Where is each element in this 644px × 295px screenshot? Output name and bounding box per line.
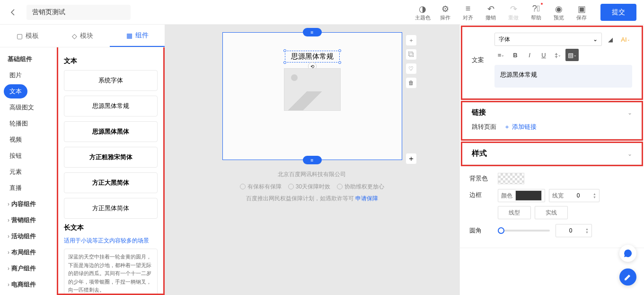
header-toolbar: ◑主题色 ⚙操作 ≡对齐 ↶撤销 ↷重做 ?⃝帮助 ◉预览 ▣保存 [411, 2, 593, 23]
canvas-handle-bottom[interactable]: ≡ [303, 156, 322, 164]
italic-button[interactable]: I [523, 49, 536, 61]
bg-label: 背景色 [469, 174, 492, 183]
back-button[interactable] [8, 7, 19, 18]
color-swatch[interactable] [515, 190, 542, 201]
sidebar-item-carousel[interactable]: 轮播图 [0, 116, 57, 132]
chevron-down-icon: ⌄ [593, 36, 598, 43]
font-siyuan-regular[interactable]: 思源黑体常规 [64, 96, 158, 116]
sidebar-item-live[interactable]: 直播 [0, 180, 57, 196]
canvas-footer: 北京百度网讯科技有限公司 有保标有保障 30天保障时效 协助维权更放心 百度推出… [240, 170, 384, 204]
border-width-control[interactable]: 线宽▲▼ [549, 189, 600, 202]
align-tool[interactable]: ≡对齐 [457, 2, 479, 23]
tab-component[interactable]: ▦组件 [110, 25, 165, 47]
footer-company: 北京百度网讯科技有限公司 [240, 170, 384, 180]
sidebar-item-text[interactable]: 文本 [4, 84, 27, 98]
link-section-header[interactable]: 链接 ⌄ [472, 108, 632, 117]
preview-tool[interactable]: ◉预览 [547, 2, 570, 23]
canvas-frame[interactable]: ≡ ≡ 思源黑体常规 ⟲ ＋ ⿻ ♡ 🗑 ＋ [222, 32, 402, 160]
font-fz-dahei[interactable]: 方正大黑简体 [64, 172, 158, 193]
sidebar-basic-group[interactable]: 基础组件 [0, 51, 57, 67]
actions-tool[interactable]: ⚙操作 [434, 2, 457, 23]
image-placeholder[interactable] [284, 68, 341, 111]
clock-icon [288, 184, 294, 189]
component-icon: ▦ [126, 32, 132, 39]
favorite-button[interactable]: ♡ [406, 63, 417, 74]
longtext-desc: 适用于小说等正文内容较多的场景 [64, 237, 158, 245]
save-icon: ▣ [578, 4, 586, 14]
font-fz-heiti[interactable]: 方正黑体简体 [64, 198, 158, 219]
text-color-button[interactable]: ◢ [604, 33, 617, 45]
longtext-preview[interactable]: 深蓝的天空中挂着一轮金黄的圆月，下面是海边的沙地，都种着一望无际的碧绿的西瓜。其… [64, 249, 158, 295]
delete-button[interactable]: 🗑 [406, 77, 417, 89]
redo-tool[interactable]: ↷重做 [502, 2, 525, 23]
left-panel: ▢模板 ◇模块 ▦组件 基础组件 图片 文本 高级图文 轮播图 视频 按钮 元素… [0, 25, 165, 295]
border-color-control[interactable]: 颜色 [498, 189, 545, 202]
canvas-handle-top[interactable]: ≡ [303, 28, 322, 36]
border-label: 边框 [469, 191, 492, 199]
tab-module[interactable]: ◇模块 [55, 25, 110, 47]
chevron-down-icon: ⌄ [627, 151, 632, 157]
sidebar-item-image[interactable]: 图片 [0, 67, 57, 83]
font-fz-cuyasong[interactable]: 方正粗雅宋简体 [64, 147, 158, 168]
template-icon: ▢ [17, 32, 23, 40]
add-element-button[interactable]: ＋ [406, 35, 417, 46]
stepper-up[interactable]: ▲ [593, 192, 596, 196]
sidebar-item-rich[interactable]: 高级图文 [0, 99, 57, 116]
undo-tool[interactable]: ↶撤销 [479, 2, 502, 23]
palette-icon: ◑ [419, 4, 426, 14]
radius-input[interactable] [559, 224, 582, 237]
sidebar-marketing-group[interactable]: 营销组件 [0, 212, 57, 228]
slider-thumb[interactable] [498, 227, 504, 234]
submit-button[interactable]: 提交 [600, 4, 636, 21]
sidebar-item-element[interactable]: 元素 [0, 164, 57, 180]
save-tool[interactable]: ▣保存 [570, 2, 593, 23]
font-select[interactable]: 字体⌄ [494, 33, 602, 46]
sidebar-content-group[interactable]: 内容组件 [0, 196, 57, 212]
font-siyuan-bold[interactable]: 思源黑体黑体 [64, 121, 158, 142]
chat-fab[interactable] [619, 245, 636, 262]
stepper-down[interactable]: ▼ [585, 231, 589, 234]
panel-tabs: ▢模板 ◇模块 ▦组件 [0, 25, 165, 47]
sidebar-item-video[interactable]: 视频 [0, 132, 57, 148]
ai-button[interactable]: AI⌄ [619, 33, 632, 45]
component-list: 文本 系统字体 思源黑体常规 思源黑体黑体 方正粗雅宋简体 方正大黑简体 方正黑… [57, 47, 165, 295]
jump-label: 跳转页面 [472, 123, 496, 131]
sidebar-item-button[interactable]: 按钮 [0, 148, 57, 164]
sidebar-merchant-group[interactable]: 商户组件 [0, 260, 57, 277]
radius-slider[interactable] [498, 230, 550, 232]
copy-label: 文案 [472, 56, 489, 64]
help-tool[interactable]: ?⃝帮助 [525, 2, 547, 23]
bold-button[interactable]: B [509, 49, 522, 61]
sidebar-activity-group[interactable]: 活动组件 [0, 228, 57, 244]
font-system[interactable]: 系统字体 [64, 70, 158, 91]
copy-element-button[interactable]: ⿻ [406, 49, 417, 60]
underline-button[interactable]: U [537, 49, 550, 61]
line-type-button[interactable]: 线型 [498, 206, 531, 219]
sidebar-layout-group[interactable]: 布局组件 [0, 244, 57, 260]
guarantee-link[interactable]: 申请保障 [355, 195, 378, 202]
sidebar-ecommerce-group[interactable]: 电商组件 [0, 277, 57, 293]
style-section-header[interactable]: 样式 ⌄ [472, 149, 632, 159]
stepper-down[interactable]: ▼ [593, 196, 596, 199]
canvas-side-tools: ＋ ⿻ ♡ 🗑 [406, 35, 417, 89]
align-icon: ≡ [466, 4, 471, 14]
support-icon [337, 184, 343, 189]
bg-fill-button[interactable]: ▧⌄ [565, 49, 579, 61]
selected-text-element[interactable]: 思源黑体常规 [285, 51, 340, 63]
solid-line-button[interactable]: 实线 [535, 206, 568, 219]
edit-fab[interactable] [619, 268, 636, 286]
stepper-up[interactable]: ▲ [585, 227, 589, 231]
page-title-input[interactable] [26, 5, 131, 20]
theme-color-tool[interactable]: ◑主题色 [411, 2, 434, 23]
module-icon: ◇ [72, 32, 77, 40]
line-height-button[interactable]: ‡⌄ [551, 49, 565, 61]
radius-input-group[interactable]: ▲▼ [556, 224, 592, 237]
gear-icon: ⚙ [441, 4, 449, 14]
align-button[interactable]: ≡⌄ [494, 49, 508, 61]
border-width-input[interactable] [566, 189, 590, 202]
add-link-button[interactable]: ＋ 添加链接 [504, 123, 537, 131]
bg-color-picker[interactable] [498, 173, 524, 184]
tab-template[interactable]: ▢模板 [0, 25, 55, 47]
text-content-editor[interactable]: 思源黑体常规 [494, 65, 632, 88]
add-below-button[interactable]: ＋ [406, 153, 417, 164]
